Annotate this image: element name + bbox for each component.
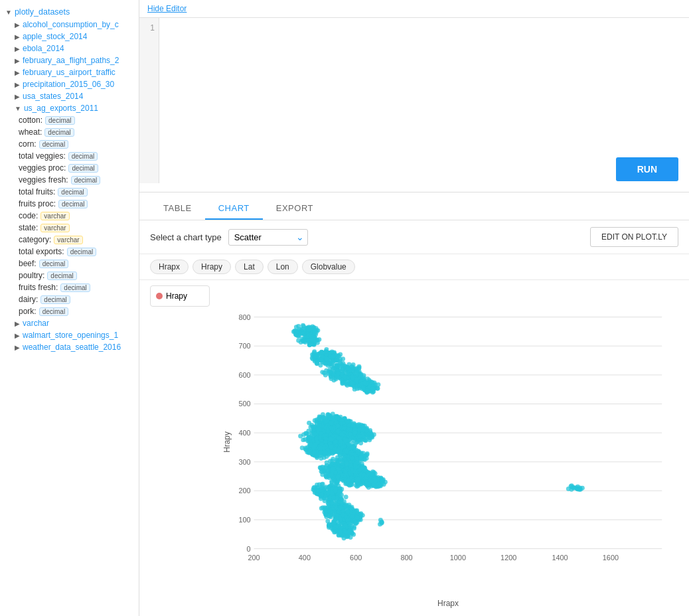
svg-point-2997 [326, 491, 331, 495]
svg-point-277 [330, 349, 335, 354]
svg-point-780 [321, 415, 325, 420]
sidebar-child-label: us_ag_exports_2011 [24, 104, 98, 113]
sidebar-item-usa_states_2014[interactable]: ▶usa_states_2014 [0, 90, 139, 102]
tab-table[interactable]: TABLE [150, 198, 205, 220]
sidebar-item-ebola_2014[interactable]: ▶ebola_2014 [0, 42, 139, 54]
col-pill-hrapy[interactable]: Hrapy [192, 260, 231, 274]
field-name: veggies proc: [19, 163, 66, 173]
sidebar-field-fruits proc:: fruits proc:decimal [0, 198, 139, 210]
col-pill-hrapx[interactable]: Hrapx [150, 260, 189, 274]
svg-text:100: 100 [238, 516, 250, 524]
legend-dot-hrapy [156, 293, 163, 299]
svg-text:600: 600 [350, 554, 362, 562]
svg-point-1357 [354, 447, 358, 452]
type-badge: decimal [45, 116, 74, 125]
svg-point-2171 [323, 508, 328, 512]
chart-type-select[interactable]: ScatterBarLineHistogramBoxHeatmap [228, 229, 308, 246]
sidebar-item-weather_data_seattle_2016[interactable]: ▶weather_data_seattle_2016 [0, 341, 139, 353]
column-pills: HrapxHrapyLatLonGlobvalue [139, 254, 689, 280]
sidebar-field-fruits fresh:: fruits fresh:decimal [0, 281, 139, 293]
svg-point-3142 [343, 530, 348, 534]
sidebar-field-cotton:: cotton:decimal [0, 114, 139, 126]
svg-point-2470 [331, 427, 336, 431]
svg-point-2673 [339, 439, 343, 444]
x-axis-label: Hrapx [218, 599, 678, 611]
code-editor[interactable] [159, 18, 689, 183]
sidebar-root-plotly-datasets[interactable]: ▼ plotly_datasets [0, 5, 139, 19]
tab-export[interactable]: EXPORT [263, 198, 327, 220]
chart-type-label: Select a chart type [150, 232, 222, 242]
svg-point-514 [343, 374, 347, 379]
sidebar-item-varchar[interactable]: ▶varchar [0, 317, 139, 329]
arrow-icon: ▶ [15, 21, 20, 29]
col-pill-lat[interactable]: Lat [235, 260, 264, 274]
hide-editor-link[interactable]: Hide Editor [139, 0, 194, 17]
arrow-icon: ▶ [15, 93, 20, 100]
sidebar-field-beef:: beef:decimal [0, 258, 139, 270]
svg-text:600: 600 [238, 371, 250, 379]
svg-point-2670 [333, 439, 337, 444]
run-button[interactable]: RUN [616, 157, 678, 181]
svg-point-2285 [571, 485, 575, 489]
field-name: category: [19, 235, 51, 244]
svg-point-1631 [335, 457, 339, 462]
type-badge: decimal [39, 307, 68, 316]
type-badge: decimal [67, 248, 96, 256]
col-pill-globvalue[interactable]: Globvalue [302, 260, 355, 274]
svg-point-2894 [315, 483, 319, 487]
sidebar-item-apple_stock_2014[interactable]: ▶apple_stock_2014 [0, 31, 139, 42]
arrow-icon: ▶ [15, 33, 20, 40]
svg-point-431 [320, 370, 325, 374]
arrow-icon: ▼ [5, 9, 12, 16]
arrow-icon: ▼ [15, 105, 21, 112]
sidebar-item-us_ag_exports_2011[interactable]: ▼us_ag_exports_2011 [0, 102, 139, 114]
svg-point-2424 [303, 431, 308, 435]
editor-area: Hide Editor 1 RUN [139, 0, 689, 193]
svg-text:800: 800 [238, 313, 250, 321]
svg-point-3074 [325, 519, 330, 524]
field-name: wheat: [19, 127, 42, 137]
svg-point-276 [315, 361, 319, 366]
svg-point-2156 [319, 506, 324, 510]
field-name: veggies fresh: [19, 175, 68, 185]
svg-point-3000 [333, 501, 338, 506]
type-badge: decimal [47, 271, 76, 280]
tab-chart[interactable]: CHART [205, 198, 263, 220]
svg-point-2275 [350, 514, 355, 519]
type-badge: decimal [58, 200, 88, 208]
sidebar-child-label: precipitation_2015_06_30 [23, 80, 114, 89]
type-badge: decimal [60, 283, 90, 292]
sidebar-item-february_us_airport_traffic[interactable]: ▶february_us_airport_traffic [0, 66, 139, 78]
svg-point-2769 [336, 449, 341, 453]
svg-point-2908 [312, 488, 317, 493]
svg-point-2926 [344, 495, 348, 499]
svg-point-2272 [341, 512, 345, 517]
sidebar-items-list: ▶alcohol_consumption_by_c▶apple_stock_20… [0, 19, 139, 353]
svg-point-2989 [319, 492, 324, 497]
svg-point-2631 [343, 438, 348, 443]
sidebar-item-alcohol_consumption_by_c[interactable]: ▶alcohol_consumption_by_c [0, 19, 139, 31]
svg-point-695 [307, 421, 311, 425]
svg-point-2463 [312, 432, 317, 437]
sidebar-item-walmart_store_openings_1[interactable]: ▶walmart_store_openings_1 [0, 329, 139, 341]
svg-point-3080 [337, 522, 341, 526]
svg-text:800: 800 [400, 554, 412, 562]
sidebar-item-precipitation_2015_06_30[interactable]: ▶precipitation_2015_06_30 [0, 78, 139, 90]
sidebar-field-total exports:: total exports:decimal [0, 246, 139, 258]
svg-point-1663 [324, 466, 329, 471]
svg-point-1633 [318, 465, 323, 470]
field-name: dairy: [19, 295, 38, 304]
svg-point-94 [293, 333, 298, 337]
svg-point-1959 [356, 477, 360, 482]
edit-on-plotly-button[interactable]: EDIT ON PLOT.LY [590, 227, 678, 247]
y-axis-label: Hrapy [222, 431, 232, 453]
type-badge: decimal [44, 128, 74, 137]
svg-point-425 [327, 371, 331, 376]
col-pill-lon[interactable]: Lon [268, 260, 298, 274]
svg-point-814 [327, 413, 331, 418]
chart-controls: Select a chart type ScatterBarLineHistog… [139, 220, 689, 254]
sidebar-field-state:: state:varchar [0, 222, 139, 234]
scatter-dots [291, 323, 585, 540]
svg-point-435 [345, 366, 350, 371]
sidebar-item-february_aa_flight_paths_2[interactable]: ▶february_aa_flight_paths_2 [0, 54, 139, 66]
